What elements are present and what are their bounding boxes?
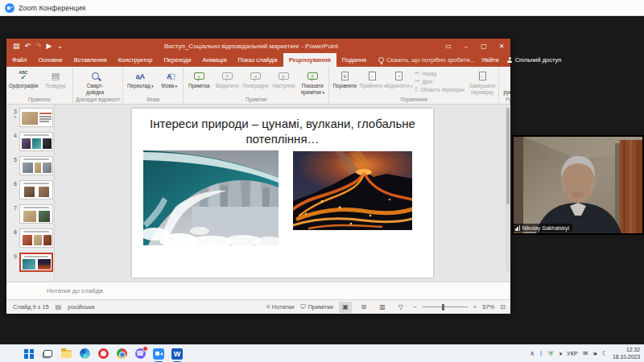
notes-placeholder: Нотатки до слайда <box>6 287 103 294</box>
group-label: Примітки <box>184 96 328 104</box>
zoom-level[interactable]: 57% <box>482 303 494 311</box>
thumbnail-slide-6[interactable]: 6 <box>10 180 54 200</box>
ribbon-tab-bar: Файл Основне Вставлення Конструктор Пере… <box>6 53 510 67</box>
thumbnail-slide-9-selected[interactable]: 9 <box>10 253 54 272</box>
tab-insert[interactable]: Вставлення <box>68 53 113 67</box>
spelling-icon: ABC✔ <box>19 71 28 81</box>
word-taskbar-icon[interactable]: W <box>171 348 184 360</box>
normal-view-button[interactable]: ▣ <box>339 302 352 313</box>
tab-review[interactable]: Рецензування <box>283 53 336 67</box>
reading-view-button[interactable]: ▥ <box>376 302 389 313</box>
microphone-icon[interactable]: 🕨 <box>558 350 562 358</box>
security-shield-icon[interactable]: ⛨ <box>548 350 553 358</box>
hidden-icons-chevron[interactable]: ∧ <box>530 350 535 357</box>
keyboard-language[interactable]: УКР <box>567 351 578 356</box>
zoom-slider[interactable] <box>423 306 468 308</box>
new-comment-button[interactable]: + Примітка <box>184 68 213 96</box>
comments-toggle[interactable]: 🗩Примітки <box>299 303 332 311</box>
bluetooth-icon[interactable]: ᛒ <box>539 350 543 357</box>
reject-icon: ✕ <box>395 72 402 80</box>
fit-slide-icon[interactable]: ⊡ <box>500 303 506 311</box>
moon-icon[interactable]: ☾ <box>602 350 608 357</box>
slideshow-view-button[interactable]: ▽ <box>394 302 407 313</box>
compare-button[interactable]: ≋ Порівняти <box>330 68 359 96</box>
tab-design[interactable]: Конструктор <box>113 53 159 67</box>
minimize-button[interactable]: – <box>457 39 475 53</box>
opera-browser-icon[interactable] <box>97 348 109 360</box>
thesaurus-button: ▤ Тезаурус <box>39 68 72 96</box>
zoom-taskbar-icon[interactable] <box>152 348 165 360</box>
chrome-browser-icon[interactable] <box>115 348 128 360</box>
spellcheck-icon[interactable]: ▤ <box>56 303 62 311</box>
slide-thumbnail-panel: 3 4 5 6 7 8 9 <box>6 105 55 282</box>
undo-icon[interactable]: ↶ <box>25 42 31 50</box>
task-view-icon[interactable] <box>41 348 54 360</box>
close-button[interactable]: ✕ <box>493 39 510 53</box>
zoom-in-button[interactable]: + <box>473 303 477 311</box>
end-review-button: ☑ Завершити перевірку <box>467 68 497 96</box>
volcano-image[interactable] <box>293 151 412 230</box>
tab-home[interactable]: Основне <box>32 53 68 67</box>
windows-taskbar: ☎ W ∧ ᛒ ⛨ 🕨 УКР ✉ 🕪 ☾ 12:32 18.10.2023 <box>0 344 644 362</box>
tsunami-image[interactable] <box>143 150 279 245</box>
customize-qat-icon[interactable]: ⌄ <box>57 42 64 50</box>
tell-me-box[interactable]: Скажіть, що потрібно зробити... <box>372 53 481 67</box>
tab-transitions[interactable]: Переходи <box>158 53 196 67</box>
ribbon-group-compare: ≋ Порівняти ✓ Прийняти ✕ Відхилити ↩Наза… <box>329 67 499 104</box>
start-inking-button[interactable]: ✎ Почати рукописний ввід <box>500 68 510 96</box>
reviewing-pane-button: ▯Область перевірки <box>412 86 467 93</box>
language-icon: А҈ <box>167 70 172 82</box>
save-icon[interactable]: ▤ <box>13 42 20 50</box>
notification-badge <box>142 346 148 352</box>
redo-icon: ↷ <box>35 42 42 50</box>
forward-arrow-icon: ↪ <box>415 78 419 84</box>
windows-start-icon[interactable] <box>23 348 35 360</box>
window-controls: ▭ – ▢ ✕ <box>440 39 510 53</box>
thumbnail-slide-7[interactable]: 7 <box>10 204 54 224</box>
tab-file[interactable]: Файл <box>6 53 32 67</box>
thumbnail-slide-3[interactable]: 3 <box>10 108 54 127</box>
zoom-out-button[interactable]: − <box>413 303 417 311</box>
tab-slideshow[interactable]: Показ слайдів <box>233 53 283 67</box>
tab-view[interactable]: Подання <box>336 53 372 67</box>
audio-signal-icon <box>515 225 520 231</box>
show-comments-button[interactable]: ≡ Показати примітки <box>297 68 328 96</box>
tray-date: 18.10.2023 <box>613 354 640 360</box>
notes-toggle[interactable]: ≡Нотатки <box>266 303 294 311</box>
slide-counter: Слайд 9 з 15 <box>13 303 49 311</box>
viber-icon[interactable]: ☎ <box>134 348 147 360</box>
spelling-button[interactable]: ABC✔ Орфографія <box>7 68 39 96</box>
sign-in-link[interactable]: Увійти <box>481 56 499 64</box>
document-title: Виступ_Соціально відповідальний маркетин… <box>63 43 440 50</box>
slide-title: Інтереси природи – цунамі, вулкани, глоб… <box>150 117 415 147</box>
pane-icon: ▯ <box>415 86 418 93</box>
thumbnail-slide-5[interactable]: 5 <box>10 156 54 175</box>
back-arrow-icon: ↩ <box>415 70 419 76</box>
language-indicator[interactable]: російська <box>68 303 94 311</box>
share-button[interactable]: Спільний доступ <box>507 56 562 64</box>
network-icon[interactable]: ✉ <box>583 350 588 357</box>
translate-button[interactable]: а̲А Переклад <box>124 68 156 96</box>
next-comment-icon: ▸ <box>279 72 289 80</box>
new-comment-icon: + <box>194 72 204 80</box>
file-explorer-icon[interactable] <box>60 348 72 360</box>
ribbon-display-options-icon[interactable]: ▭ <box>440 39 457 53</box>
edge-browser-icon[interactable] <box>78 348 91 360</box>
current-slide[interactable]: Інтереси природи – цунамі, вулкани, глоб… <box>132 109 433 278</box>
smart-lookup-button[interactable]: Смарт- довідка <box>74 68 116 96</box>
thumbnail-slide-4[interactable]: 4 <box>10 132 54 151</box>
slide-sorter-view-button[interactable]: ⊞ <box>357 302 370 313</box>
restore-button[interactable]: ▢ <box>475 39 493 53</box>
start-slideshow-icon[interactable]: ▶ <box>47 42 52 50</box>
accept-icon: ✓ <box>369 72 376 80</box>
thumbnail-slide-8[interactable]: 8 <box>10 228 54 248</box>
vertical-scrollbar[interactable] <box>506 106 510 272</box>
language-button[interactable]: А҈ Мова <box>156 68 182 96</box>
zoom-app-icon <box>5 3 14 13</box>
participant-video[interactable]: Nikolay Sakhatskyi <box>512 135 644 235</box>
notes-pane[interactable]: Нотатки до слайда <box>6 282 510 299</box>
volume-icon[interactable]: 🕪 <box>593 350 597 358</box>
clock[interactable]: 12:32 18.10.2023 <box>613 347 640 360</box>
tab-animations[interactable]: Анімація <box>196 53 232 67</box>
accept-button: ✓ Прийняти <box>359 68 386 96</box>
